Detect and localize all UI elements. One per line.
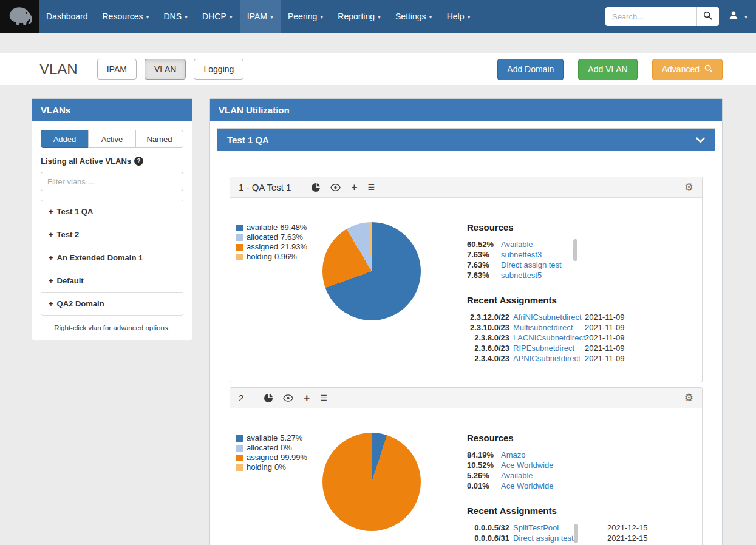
eye-icon[interactable]	[330, 184, 341, 191]
vlan-list-item[interactable]: +QA2 Domain	[41, 293, 183, 315]
resource-link[interactable]: Ace Worldwide	[501, 460, 553, 470]
nav-item-dhcp[interactable]: DHCP▾	[195, 0, 240, 33]
nav-item-ipam[interactable]: IPAM▾	[240, 0, 281, 33]
scrollbar-thumb[interactable]	[574, 524, 578, 543]
nav-item-label: Help	[447, 12, 465, 21]
resource-row: 60.52%Available	[467, 239, 574, 249]
resource-percent: 10.52%	[467, 460, 501, 470]
vlan-filter-input[interactable]	[41, 172, 183, 191]
resource-percent: 84.19%	[467, 450, 501, 460]
resource-link[interactable]: Direct assign test	[501, 260, 562, 270]
user-icon	[729, 10, 738, 22]
recent-assignments-heading: Recent Assignments	[467, 295, 693, 305]
caret-down-icon: ▾	[146, 13, 149, 20]
vlan-toggle-active[interactable]: Active	[88, 130, 136, 148]
vlan-toggle-named[interactable]: Named	[135, 130, 183, 148]
nav-item-help[interactable]: Help▾	[440, 0, 478, 33]
eye-icon[interactable]	[283, 394, 293, 402]
pie-chart-icon[interactable]	[312, 183, 320, 192]
vlan-name: Default	[57, 276, 84, 285]
assignment-link[interactable]: Direct assign test	[513, 533, 607, 543]
expand-icon[interactable]: +	[49, 276, 53, 285]
menu-icon[interactable]: ☰	[367, 183, 375, 191]
resource-percent: 5.26%	[467, 470, 501, 481]
assignment-date: 2021-11-09	[585, 353, 625, 364]
nav-item-dashboard[interactable]: Dashboard	[39, 0, 95, 33]
resource-link[interactable]: Amazo	[501, 450, 525, 460]
legend-value: 0%	[274, 463, 286, 472]
legend-row: holding0.96%	[236, 252, 321, 261]
resource-link[interactable]: Ace Worldwide	[501, 481, 553, 491]
advanced-button[interactable]: Advanced	[652, 59, 723, 80]
resource-link[interactable]: subnettest5	[501, 270, 542, 280]
legend-swatch	[236, 445, 243, 452]
nav-item-label: Dashboard	[46, 12, 88, 21]
add-domain-button[interactable]: Add Domain	[497, 59, 564, 80]
utilization-panel-title: VLAN Utilization	[219, 105, 290, 115]
global-search	[605, 7, 719, 26]
nav-item-label: DNS	[163, 12, 182, 21]
nav-item-settings[interactable]: Settings▾	[388, 0, 440, 33]
legend-label: holding	[247, 463, 272, 472]
assignment-link[interactable]: RIPEsubnetdirect	[513, 343, 585, 353]
resource-link[interactable]: subnettest3	[501, 249, 542, 260]
add-vlan-button[interactable]: Add VLAN	[578, 59, 637, 80]
assignment-link[interactable]: Multisubnetdirect	[513, 322, 585, 333]
expand-icon[interactable]: +	[49, 230, 53, 239]
help-icon[interactable]: ?	[134, 157, 143, 166]
vlan-list: +Test 1 QA+Test 2+An Extended Domain 1+D…	[41, 200, 183, 316]
assignment-link[interactable]: APNICsubnetdirect	[513, 353, 585, 364]
nav-menu: DashboardResources▾DNS▾DHCP▾IPAM▾Peering…	[39, 0, 477, 33]
user-menu[interactable]: ▾	[729, 10, 747, 22]
legend-label: allocated	[247, 444, 278, 452]
expand-icon[interactable]: +	[49, 207, 53, 216]
gear-icon[interactable]: ⚙	[684, 183, 693, 192]
nav-item-reporting[interactable]: Reporting▾	[330, 0, 388, 33]
gear-icon[interactable]: ⚙	[684, 393, 693, 402]
vlan-list-item[interactable]: +Test 1 QA	[41, 200, 183, 223]
resources-column: Resources84.19%Amazo10.52%Ace Worldwide5…	[467, 433, 693, 543]
caret-down-icon: ▾	[378, 13, 381, 20]
resource-row: 0.01%Ace Worldwide	[467, 481, 574, 491]
vlan-utilization-panel: VLAN Utilization Test 1 QA 1 - QA Test 1…	[209, 98, 723, 545]
search-input[interactable]	[605, 7, 696, 26]
tab-vlan[interactable]: VLAN	[145, 59, 186, 80]
vlan-group-title: Test 1 QA	[227, 135, 269, 145]
assignment-date: 2021-11-09	[585, 333, 625, 343]
assignment-link[interactable]: LACNICsubnetdirect	[513, 333, 585, 343]
card-header: 2+☰⚙	[230, 388, 702, 408]
nav-item-label: Reporting	[338, 12, 375, 21]
menu-icon[interactable]: ☰	[320, 394, 327, 402]
assignment-date: 2021-11-09	[585, 322, 625, 333]
tab-logging[interactable]: Logging	[194, 59, 243, 80]
button-label: Advanced	[662, 64, 700, 74]
nav-item-resources[interactable]: Resources▾	[95, 0, 157, 33]
scrollbar-thumb[interactable]	[573, 239, 577, 261]
caret-down-icon: ▾	[270, 13, 273, 20]
legend-swatch	[236, 464, 243, 471]
resource-row: 5.26%Available	[467, 470, 574, 481]
assignment-date: 2021-12-15	[607, 533, 648, 543]
plus-icon[interactable]: +	[351, 184, 357, 191]
plus-icon[interactable]: +	[304, 394, 310, 401]
caret-down-icon: ▾	[467, 13, 470, 20]
vlan-list-item[interactable]: +An Extended Domain 1	[41, 246, 183, 269]
vlan-group-header[interactable]: Test 1 QA	[217, 129, 715, 151]
assignment-link[interactable]: AfriNICsubnetdirect	[513, 312, 585, 322]
pie-chart-icon[interactable]	[264, 394, 273, 402]
assignment-link[interactable]: SplitTestPool	[513, 523, 607, 533]
chevron-down-icon[interactable]	[696, 135, 705, 145]
app-logo[interactable]	[0, 0, 39, 33]
vlans-panel-body: AddedActiveNamed Listing all Active VLAN…	[32, 121, 192, 340]
vlan-list-item[interactable]: +Default	[41, 269, 183, 293]
search-button[interactable]	[696, 7, 719, 26]
nav-item-dns[interactable]: DNS▾	[156, 0, 195, 33]
resource-link[interactable]: Available	[501, 239, 533, 249]
vlan-toggle-added[interactable]: Added	[41, 130, 89, 148]
nav-item-peering[interactable]: Peering▾	[281, 0, 330, 33]
tab-ipam[interactable]: IPAM	[97, 59, 137, 80]
vlan-list-item[interactable]: +Test 2	[41, 223, 183, 246]
expand-icon[interactable]: +	[49, 299, 53, 308]
resource-link[interactable]: Available	[501, 470, 533, 481]
expand-icon[interactable]: +	[49, 253, 53, 262]
